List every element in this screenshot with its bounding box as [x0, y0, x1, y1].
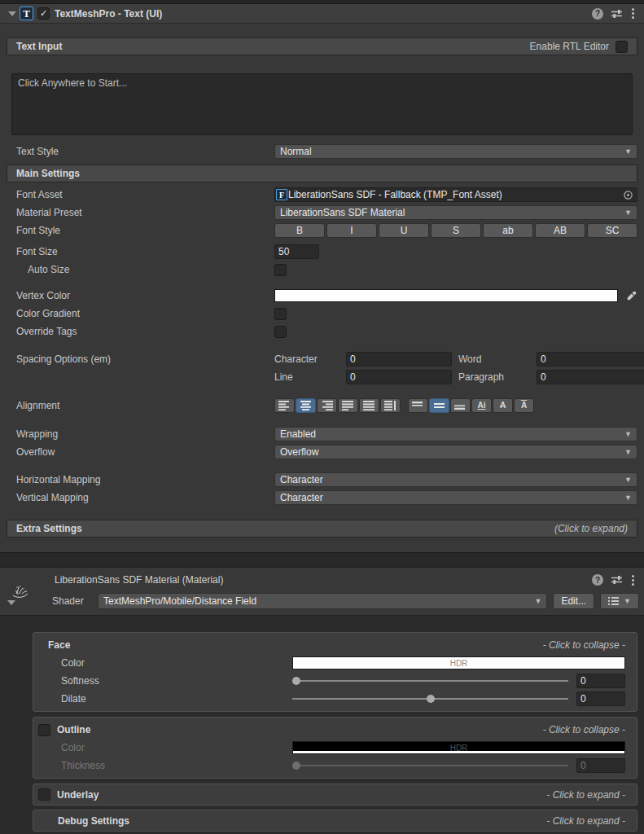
component-title: TextMeshPro - Text (UI) — [55, 8, 162, 20]
kebab-menu-icon[interactable] — [630, 8, 636, 19]
auto-size-checkbox[interactable] — [274, 264, 287, 276]
underline-button[interactable]: U — [379, 223, 429, 238]
foldout-triangle-icon[interactable] — [8, 11, 16, 16]
text-style-dropdown[interactable]: Normal ▼ — [274, 144, 637, 159]
overflow-dropdown[interactable]: Overflow ▼ — [274, 445, 637, 459]
presets-icon[interactable] — [611, 574, 623, 586]
alignment-row: Alignment — [16, 398, 637, 413]
paragraph-spacing-input[interactable] — [537, 370, 644, 384]
face-dilate-label: Dilate — [48, 693, 292, 705]
align-bottom-icon[interactable] — [450, 398, 471, 413]
font-style-label: Font Style — [16, 225, 274, 236]
outline-checkbox[interactable] — [38, 724, 50, 736]
outline-thickness-slider[interactable] — [292, 758, 568, 773]
face-softness-input[interactable] — [576, 674, 625, 688]
align-geometry-center-icon[interactable] — [380, 398, 401, 413]
character-spacing-input[interactable] — [346, 352, 452, 367]
align-left-icon[interactable] — [274, 398, 295, 413]
component-enabled-checkbox[interactable]: ✓ — [37, 7, 50, 20]
material-title: LiberationSans SDF Material (Material) — [55, 574, 223, 586]
chevron-down-icon: ▼ — [534, 598, 541, 605]
text-style-value: Normal — [280, 146, 312, 157]
align-midline-icon[interactable]: A — [493, 398, 513, 413]
character-spacing-label: Character — [274, 353, 346, 365]
underlay-bar[interactable]: Underlay - Click to expand - — [33, 784, 637, 805]
vertex-color-swatch[interactable] — [274, 289, 618, 302]
main-settings-header: Main Settings — [16, 168, 80, 179]
smallcaps-button[interactable]: SC — [587, 223, 637, 238]
font-asset-label: Font Asset — [16, 189, 274, 200]
font-size-row: Font Size — [16, 244, 637, 259]
lowercase-button[interactable]: ab — [483, 223, 533, 238]
material-foldout-triangle-icon[interactable] — [7, 600, 15, 605]
vertical-mapping-dropdown[interactable]: Character ▼ — [274, 490, 637, 505]
textmeshpro-icon: T — [20, 7, 33, 20]
shader-value: TextMeshPro/Mobile/Distance Field — [103, 595, 256, 607]
bold-button[interactable]: B — [274, 223, 325, 238]
face-color-swatch[interactable]: HDR — [292, 656, 625, 669]
face-dilate-input[interactable] — [576, 691, 625, 706]
paragraph-spacing-label: Paragraph — [458, 371, 537, 383]
help-icon[interactable]: ? — [592, 574, 603, 586]
word-spacing-input[interactable] — [537, 352, 644, 367]
chevron-down-icon: ▼ — [624, 431, 632, 438]
override-tags-checkbox[interactable] — [274, 326, 287, 338]
eyedropper-icon[interactable] — [624, 289, 637, 302]
shader-dropdown[interactable]: TextMeshPro/Mobile/Distance Field ▼ — [98, 593, 547, 609]
presets-icon[interactable] — [611, 8, 623, 20]
strikethrough-button[interactable]: S — [431, 223, 481, 238]
kebab-menu-icon[interactable] — [630, 575, 636, 586]
vertical-mapping-value: Character — [280, 492, 323, 503]
outline-thickness-input[interactable] — [576, 758, 625, 773]
font-asset-row: Font Asset F LiberationSans SDF - Fallba… — [16, 187, 637, 202]
object-picker-icon[interactable] — [623, 190, 633, 200]
face-softness-slider[interactable] — [292, 674, 568, 688]
outline-hint: - Click to collapse - — [543, 724, 625, 735]
outline-thickness-row: Thickness — [33, 757, 637, 775]
text-style-label: Text Style — [16, 146, 274, 157]
text-input-section-bar: Text Input Enable RTL Editor — [7, 37, 637, 55]
face-dilate-slider[interactable] — [292, 691, 568, 706]
material-preset-label: Material Preset — [16, 207, 274, 218]
align-baseline-icon[interactable]: Ai — [471, 398, 492, 413]
outline-header[interactable]: Outline - Click to collapse - — [33, 721, 637, 739]
align-capline-icon[interactable]: A — [514, 398, 534, 413]
slider-handle[interactable] — [427, 695, 435, 703]
slider-handle[interactable] — [292, 762, 300, 770]
outline-color-swatch[interactable]: HDR — [292, 741, 625, 754]
horizontal-mapping-row: Horizontal Mapping Character ▼ — [16, 472, 637, 487]
text-style-row: Text Style Normal ▼ — [16, 144, 637, 159]
wrapping-dropdown[interactable]: Enabled ▼ — [274, 427, 637, 441]
help-icon[interactable]: ? — [592, 8, 603, 20]
font-asset-object-field[interactable]: F LiberationSans SDF - Fallback (TMP_Fon… — [274, 187, 637, 202]
align-top-icon[interactable] — [408, 398, 428, 413]
underlay-checkbox[interactable] — [38, 788, 50, 801]
color-gradient-checkbox[interactable] — [274, 308, 287, 320]
align-middle-icon[interactable] — [429, 398, 449, 413]
horizontal-mapping-dropdown[interactable]: Character ▼ — [274, 472, 637, 487]
overflow-row: Overflow Overflow ▼ — [16, 445, 637, 459]
main-settings-section-bar: Main Settings — [7, 165, 637, 182]
debug-settings-bar[interactable]: Debug Settings - Click to expand - — [33, 810, 637, 832]
font-style-row: Font Style B I U S ab AB SC — [16, 223, 637, 238]
italic-button[interactable]: I — [326, 223, 377, 238]
text-input-area[interactable]: Click Anywhere to Start... — [11, 73, 633, 135]
material-header: LiberationSans SDF Material (Material) ?… — [0, 568, 644, 615]
font-size-input[interactable] — [274, 244, 319, 259]
align-flush-icon[interactable] — [359, 398, 379, 413]
face-header[interactable]: Face - Click to collapse - — [33, 636, 637, 654]
spacing-row-1: Spacing Options (em) Character Word — [16, 352, 637, 367]
material-preset-dropdown[interactable]: LiberationSans SDF Material ▼ — [274, 205, 637, 220]
shader-menu-button[interactable]: ▼ — [600, 593, 639, 609]
extra-settings-section-bar[interactable]: Extra Settings (Click to expand) — [7, 520, 637, 538]
uppercase-button[interactable]: AB — [535, 223, 585, 238]
slider-handle[interactable] — [292, 677, 300, 685]
shader-edit-button[interactable]: Edit... — [553, 593, 594, 609]
align-right-icon[interactable] — [317, 398, 337, 413]
align-center-icon[interactable] — [296, 398, 316, 413]
line-spacing-input[interactable] — [346, 370, 452, 384]
rtl-checkbox[interactable] — [616, 41, 628, 53]
unity-inspector: T ✓ TextMeshPro - Text (UI) ? Text Input… — [0, 0, 644, 834]
face-panel: Face - Click to collapse - Color HDR Sof… — [33, 632, 637, 712]
align-justify-icon[interactable] — [338, 398, 358, 413]
